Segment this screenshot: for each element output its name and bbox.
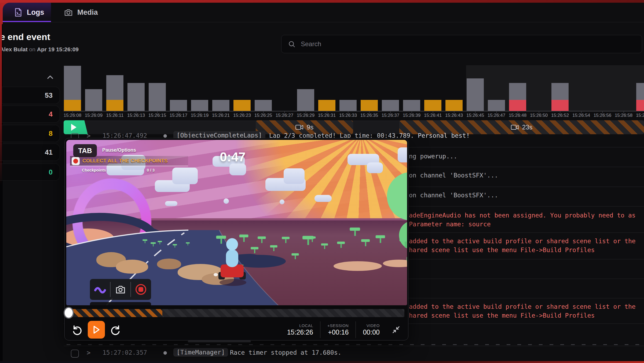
tab-logs[interactable]: Logs [14, 3, 44, 22]
histogram-bar-15:26:45[interactable] [467, 78, 484, 111]
replay-squiggle-button[interactable] [90, 279, 110, 300]
video-scrubber-handle[interactable] [64, 307, 74, 319]
histogram-bar-15:26:39[interactable] [403, 100, 420, 111]
histogram-axis [64, 111, 644, 111]
chevron-right-icon[interactable]: > [87, 349, 90, 357]
cloud [165, 201, 177, 206]
log-fragment[interactable]: on channel 'BoostSFX'... [409, 171, 498, 180]
chair-tree [322, 236, 329, 249]
chair-tree [338, 233, 346, 248]
histogram-bar-15:26:13[interactable] [127, 83, 145, 111]
count-card-2[interactable]: 8 [0, 125, 60, 142]
rewind-button[interactable] [72, 324, 83, 335]
cloud [224, 198, 229, 204]
collapse-histogram-button[interactable] [46, 74, 54, 81]
count-value: 53 [45, 91, 53, 100]
histogram-bar-15:26:37[interactable] [382, 100, 399, 111]
game-video-frame[interactable]: TAB Pause/Options COLLECT ALL THE CHECKP… [66, 140, 407, 305]
chair-tree [240, 224, 249, 242]
log-fragment[interactable]: on channel 'BoostSFX'... [409, 191, 498, 200]
histogram-bar-15:27:00[interactable] [636, 100, 644, 111]
histogram-bar-15:26:17[interactable] [170, 100, 187, 111]
log-fragment[interactable]: adeEngineAudio has not been assigned. Yo… [409, 211, 636, 229]
histogram-bar-15:26:25[interactable] [255, 100, 272, 111]
hud-tab-key: TAB [73, 144, 97, 157]
player-character [221, 247, 245, 288]
byline: Alex Bulat on Apr 19 15:26:09 [0, 46, 79, 53]
video-scrubber-played [68, 309, 162, 317]
log-row-timemanager[interactable]: > 15:27:02.357 [TimeManager] Race timer … [64, 346, 644, 361]
chair-tree [186, 238, 190, 246]
window-frame-bottom [0, 361, 644, 363]
play-button[interactable] [88, 321, 105, 339]
log-badge: [TimeManager] [173, 348, 228, 357]
tab-media[interactable]: Media [64, 3, 98, 22]
row-checkbox[interactable] [71, 350, 79, 358]
histogram-bar-15:26:08[interactable] [64, 66, 81, 100]
app-window: Logs Media e end event Alex Bulat on Apr… [0, 0, 644, 363]
hud-checkpoints-label: Checkpoints [82, 168, 106, 172]
log-fragment[interactable]: added to the active build profile or sha… [409, 302, 636, 320]
dashed-divider [67, 344, 644, 345]
collapse-player-button[interactable] [391, 325, 401, 334]
hud-objective-text: COLLECT ALL THE CHECKPOINTS [82, 158, 168, 164]
log-fragment[interactable]: ng powerup... [409, 152, 457, 161]
game-recorder-toolbar [90, 279, 151, 300]
histogram-bar-15:26:19[interactable] [191, 100, 208, 111]
count-card-0[interactable]: 53 [0, 87, 60, 104]
count-card-4[interactable]: 0 [0, 164, 60, 181]
histogram-bar-15:26:48[interactable] [509, 83, 526, 100]
histogram-bar-15:26:31[interactable] [318, 100, 335, 111]
play-icon [71, 124, 76, 131]
histogram-bar-15:26:15[interactable] [149, 83, 166, 111]
video-scrubber-track[interactable] [68, 309, 404, 317]
hud-race-timer: 0:47 [206, 150, 259, 164]
screenshot-camera-button[interactable] [110, 279, 131, 300]
log-fragment[interactable]: added to the active build profile or sha… [409, 237, 636, 255]
cloud [280, 199, 284, 204]
count-card-3[interactable]: 41 [0, 144, 60, 161]
local-time-block: LOCAL 15:26:26 [280, 323, 320, 336]
histogram-bar-15:26:48[interactable] [509, 100, 526, 111]
count-value: 8 [49, 129, 53, 138]
rock [116, 260, 148, 274]
histogram-bar-15:26:47[interactable] [488, 100, 505, 111]
log-message: Race timer stopped at 17.680s. [230, 349, 341, 356]
byline-author: Alex Bulat [0, 46, 28, 52]
forward-button[interactable] [109, 324, 120, 335]
hud-pause-options: Pause/Options [102, 147, 136, 153]
cloud [398, 147, 407, 162]
chair-tree [271, 237, 278, 252]
count-value: 0 [49, 168, 53, 176]
tabbar-divider [3, 22, 644, 22]
camera-icon [64, 8, 73, 17]
histogram-bar-15:26:11[interactable] [106, 75, 123, 100]
histogram-bar-15:26:21[interactable] [212, 100, 229, 111]
histogram-bar-15:26:23[interactable] [233, 100, 251, 111]
count-value: 4 [49, 110, 53, 118]
histogram-bar-15:26:41[interactable] [424, 100, 441, 111]
histogram-bar-15:26:52[interactable] [551, 100, 569, 111]
histogram-bar-15:26:29[interactable] [297, 89, 314, 111]
histogram-bar-15:26:33[interactable] [339, 100, 357, 111]
histogram-bar-15:26:43[interactable] [445, 100, 463, 111]
chair-tree [283, 228, 290, 244]
count-card-1[interactable]: 4 [0, 106, 60, 123]
chair-tree [401, 224, 407, 248]
logs-icon [14, 8, 23, 17]
histogram-bar-15:26:52[interactable] [551, 83, 569, 100]
tick-label: 15:27:00 [631, 113, 644, 118]
video-camera-icon [295, 124, 303, 130]
histogram-bar-15:26:09[interactable] [85, 89, 102, 111]
search-input[interactable] [300, 40, 635, 48]
horizontal-scrollbar-thumb[interactable] [188, 340, 251, 342]
log-dot-icon [163, 134, 167, 138]
chair-tree [143, 234, 148, 244]
histogram-bar-15:27:00[interactable] [636, 83, 644, 100]
record-stop-button[interactable] [131, 279, 151, 300]
search-box[interactable] [281, 35, 642, 53]
histogram-bar-15:26:11[interactable] [106, 100, 123, 111]
histogram-bar-15:26:08[interactable] [64, 100, 81, 111]
page-title: e end event [0, 32, 50, 42]
histogram-bar-15:26:35[interactable] [361, 100, 378, 111]
